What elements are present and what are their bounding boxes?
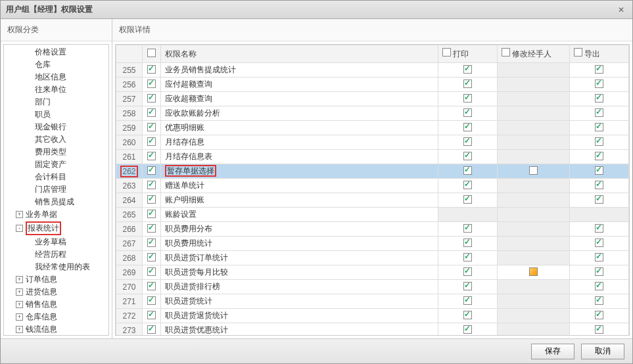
tree-item[interactable]: +仓库信息	[4, 311, 108, 323]
disabled-cell[interactable]	[498, 251, 570, 265]
checkbox-icon[interactable]	[463, 108, 472, 117]
checkbox-icon[interactable]	[463, 195, 472, 204]
disabled-cell[interactable]	[498, 106, 570, 121]
checkbox-icon[interactable]	[595, 123, 603, 131]
tree-item[interactable]: 门店管理	[4, 183, 108, 196]
tree-item[interactable]: 部门	[4, 96, 108, 108]
table-row[interactable]: 262暂存单据选择	[116, 164, 629, 179]
checkbox-icon[interactable]	[147, 296, 156, 305]
disabled-cell[interactable]	[570, 208, 629, 222]
checkbox-icon[interactable]	[463, 80, 472, 88]
tree-wrap[interactable]: 价格设置仓库地区信息往来单位部门职员现金银行其它收入费用类型固定资产会计科目门店…	[3, 44, 109, 336]
checkbox-icon[interactable]	[463, 267, 472, 276]
expand-icon[interactable]: +	[16, 301, 23, 308]
checkbox-cell[interactable]	[438, 251, 498, 265]
checkbox-cell[interactable]	[143, 251, 161, 265]
disabled-cell[interactable]	[498, 63, 570, 78]
checkbox-icon[interactable]	[595, 195, 603, 204]
col-select-all[interactable]	[143, 45, 161, 63]
checkbox-cell[interactable]	[143, 294, 161, 309]
tree-item[interactable]: 固定资产	[4, 158, 108, 171]
checkbox-icon[interactable]	[595, 253, 603, 262]
table-row[interactable]: 263赠送单统计	[116, 179, 629, 193]
grid-wrap[interactable]: 权限名称 打印 修改经手人 导出 255业务员销售提成统计256应付超额查询25…	[115, 44, 630, 336]
checkbox-icon[interactable]	[595, 108, 603, 117]
checkbox-icon[interactable]	[463, 311, 472, 319]
checkbox-icon[interactable]	[463, 296, 472, 305]
disabled-cell[interactable]	[498, 78, 570, 92]
checkbox-cell[interactable]	[438, 193, 498, 208]
tree-item[interactable]: +销售信息	[4, 298, 108, 311]
tree-item[interactable]: 经营历程	[4, 248, 108, 261]
table-row[interactable]: 259优惠明细账	[116, 121, 629, 135]
close-icon[interactable]: ✕	[615, 4, 627, 16]
checkbox-icon[interactable]	[147, 325, 156, 334]
checkbox-cell[interactable]	[143, 106, 161, 121]
checkbox-cell[interactable]	[570, 280, 629, 294]
checkbox-cell[interactable]	[438, 63, 498, 78]
tree-item[interactable]: 往来单位	[4, 83, 108, 96]
disabled-cell[interactable]	[498, 193, 570, 208]
checkbox-icon[interactable]	[463, 65, 472, 74]
tree-item[interactable]: 地区信息	[4, 71, 108, 83]
checkbox-icon[interactable]	[463, 123, 472, 131]
checkbox-cell[interactable]	[498, 265, 570, 280]
tree-item[interactable]: 仓库	[4, 58, 108, 71]
checkbox-cell[interactable]	[570, 222, 629, 237]
checkbox-cell[interactable]	[438, 280, 498, 294]
tree-item[interactable]: 我经常使用的表	[4, 261, 108, 273]
checkbox-icon[interactable]	[595, 282, 603, 290]
checkbox-icon[interactable]	[442, 48, 451, 57]
checkbox-icon[interactable]	[147, 65, 156, 74]
checkbox-cell[interactable]	[438, 237, 498, 251]
table-row[interactable]: 273职员进货优惠统计	[116, 323, 629, 336]
disabled-cell[interactable]	[498, 280, 570, 294]
checkbox-icon[interactable]	[595, 80, 603, 88]
checkbox-cell[interactable]	[143, 265, 161, 280]
checkbox-icon[interactable]	[502, 48, 510, 57]
checkbox-icon[interactable]	[147, 195, 156, 204]
checkbox-icon[interactable]	[595, 65, 603, 74]
checkbox-icon[interactable]	[147, 311, 156, 319]
disabled-cell[interactable]	[498, 294, 570, 309]
checkbox-icon[interactable]	[147, 210, 156, 218]
checkbox-cell[interactable]	[143, 92, 161, 106]
checkbox-cell[interactable]	[438, 309, 498, 323]
checkbox-cell[interactable]	[143, 135, 161, 150]
save-button[interactable]: 保存	[531, 344, 574, 359]
checkbox-cell[interactable]	[570, 193, 629, 208]
checkbox-icon[interactable]	[574, 48, 582, 57]
checkbox-cell[interactable]	[438, 265, 498, 280]
checkbox-icon[interactable]	[595, 296, 603, 305]
checkbox-icon[interactable]	[463, 166, 472, 175]
checkbox-cell[interactable]	[570, 92, 629, 106]
disabled-cell[interactable]	[498, 309, 570, 323]
checkbox-icon[interactable]	[463, 152, 472, 160]
disabled-cell[interactable]	[498, 150, 570, 164]
checkbox-cell[interactable]	[438, 222, 498, 237]
expand-icon[interactable]: +	[16, 211, 23, 218]
checkbox-icon[interactable]	[595, 224, 603, 233]
checkbox-cell[interactable]	[143, 280, 161, 294]
tree-item[interactable]: +进货信息	[4, 286, 108, 298]
checkbox-cell[interactable]	[498, 164, 570, 179]
tree-item[interactable]: +订单信息	[4, 273, 108, 286]
table-row[interactable]: 257应收超额查询	[116, 92, 629, 106]
checkbox-cell[interactable]	[143, 150, 161, 164]
expand-icon[interactable]: +	[16, 276, 23, 283]
disabled-cell[interactable]	[498, 92, 570, 106]
checkbox-icon[interactable]	[595, 311, 603, 319]
tree-item[interactable]: 职员	[4, 108, 108, 121]
checkbox-cell[interactable]	[143, 309, 161, 323]
col-export[interactable]: 导出	[570, 45, 629, 63]
checkbox-cell[interactable]	[570, 78, 629, 92]
table-row[interactable]: 270职员进货排行榜	[116, 280, 629, 294]
checkbox-cell[interactable]	[438, 106, 498, 121]
checkbox-cell[interactable]	[438, 92, 498, 106]
checkbox-cell[interactable]	[143, 208, 161, 222]
checkbox-cell[interactable]	[438, 294, 498, 309]
checkbox-icon[interactable]	[147, 181, 156, 189]
tree-item[interactable]: 会计科目	[4, 171, 108, 183]
checkbox-icon[interactable]	[463, 325, 472, 334]
checkbox-cell[interactable]	[570, 294, 629, 309]
